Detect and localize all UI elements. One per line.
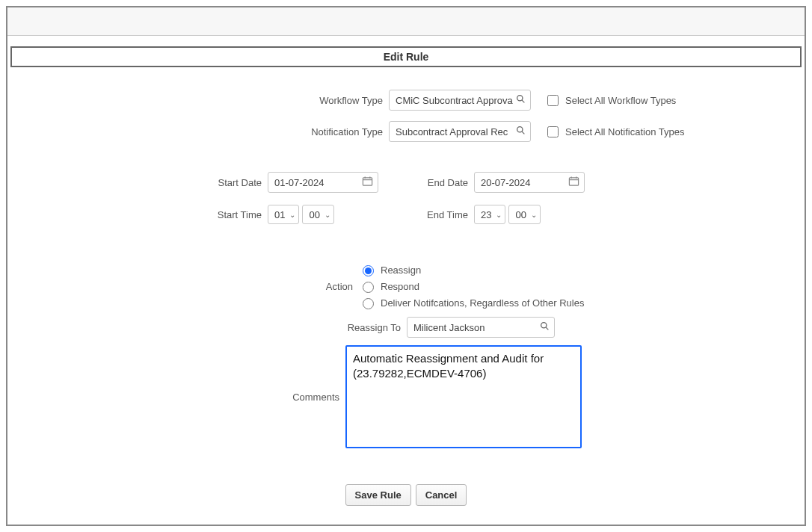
start-time-minute-select[interactable]: 00⌄: [302, 205, 333, 224]
end-time-minute-select[interactable]: 00⌄: [508, 205, 540, 224]
start-time-hour-value: 01: [274, 209, 285, 220]
calendar-icon[interactable]: [362, 176, 373, 189]
svg-point-0: [517, 96, 523, 101]
action-deliver-radio[interactable]: Deliver Notifcations, Regardless of Othe…: [359, 296, 584, 309]
workflow-type-input[interactable]: CMiC Subcontract Approva: [389, 90, 531, 111]
end-date-value: 20-07-2024: [481, 177, 568, 188]
chevron-down-icon: ⌄: [496, 211, 502, 219]
action-respond-input[interactable]: [363, 282, 374, 293]
svg-rect-4: [363, 178, 372, 185]
start-time-label: Start Time: [22, 209, 268, 220]
action-deliver-input[interactable]: [363, 298, 374, 309]
select-all-notification-checkbox[interactable]: Select All Notification Types: [544, 124, 684, 140]
comments-label: Comments: [22, 392, 345, 403]
chevron-down-icon: ⌄: [325, 211, 330, 219]
svg-line-1: [522, 100, 524, 102]
search-icon[interactable]: [516, 94, 526, 106]
action-deliver-label: Deliver Notifcations, Regardless of Othe…: [381, 297, 584, 309]
action-reassign-label: Reassign: [381, 265, 421, 276]
end-time-label: End Time: [378, 209, 474, 220]
select-all-workflow-label: Select All Workflow Types: [565, 95, 676, 106]
notification-type-label: Notification Type: [22, 126, 389, 137]
page-title-text: Edit Rule: [384, 51, 429, 63]
form-area: Workflow Type CMiC Subcontract Approva S…: [7, 67, 805, 506]
comments-textarea[interactable]: [345, 345, 582, 448]
action-label: Action: [22, 281, 359, 292]
end-date-input[interactable]: 20-07-2024: [474, 172, 585, 193]
search-icon[interactable]: [516, 126, 526, 137]
window-toolbar-spacer: [7, 7, 805, 36]
chevron-down-icon: ⌄: [531, 211, 537, 219]
select-all-workflow-checkbox[interactable]: Select All Workflow Types: [544, 93, 676, 108]
chevron-down-icon: ⌄: [289, 211, 295, 219]
start-time-minute-value: 00: [309, 209, 319, 220]
action-respond-label: Respond: [381, 281, 419, 292]
svg-rect-8: [569, 178, 578, 185]
action-reassign-input[interactable]: [363, 265, 374, 276]
cancel-button[interactable]: Cancel: [416, 484, 467, 506]
start-time-hour-select[interactable]: 01⌄: [268, 205, 299, 224]
svg-point-2: [517, 127, 523, 132]
search-icon[interactable]: [540, 321, 550, 333]
workflow-type-label: Workflow Type: [22, 95, 389, 106]
reassign-to-label: Reassign To: [22, 322, 407, 333]
reassign-to-input[interactable]: Milicent Jackson: [407, 317, 555, 338]
action-respond-radio[interactable]: Respond: [359, 279, 584, 293]
end-time-hour-select[interactable]: 23⌄: [474, 205, 505, 224]
action-reassign-radio[interactable]: Reassign: [359, 263, 584, 276]
end-date-label: End Date: [378, 177, 474, 188]
end-time-minute-value: 00: [515, 209, 526, 220]
start-date-input[interactable]: 01-07-2024: [268, 172, 378, 193]
select-all-workflow-checkbox-input[interactable]: [547, 95, 559, 106]
workflow-type-value: CMiC Subcontract Approva: [396, 95, 513, 106]
window-frame: Edit Rule Workflow Type CMiC Subcontract…: [6, 6, 806, 526]
notification-type-value: Subcontract Approval Rec: [396, 126, 513, 137]
select-all-notification-label: Select All Notification Types: [565, 126, 684, 137]
start-date-value: 01-07-2024: [274, 177, 362, 188]
svg-line-13: [546, 327, 548, 330]
select-all-notification-checkbox-input[interactable]: [547, 126, 559, 137]
svg-line-3: [522, 132, 524, 134]
notification-type-input[interactable]: Subcontract Approval Rec: [389, 121, 531, 142]
button-row: Save Rule Cancel: [22, 484, 790, 506]
calendar-icon[interactable]: [568, 176, 579, 189]
reassign-to-value: Milicent Jackson: [413, 322, 537, 333]
action-radio-group: Reassign Respond Deliver Notifcations, R…: [359, 263, 584, 309]
save-rule-button[interactable]: Save Rule: [345, 484, 411, 506]
end-time-hour-value: 23: [481, 209, 491, 220]
svg-point-12: [541, 323, 547, 328]
page-title: Edit Rule: [10, 46, 802, 67]
start-date-label: Start Date: [22, 177, 268, 188]
